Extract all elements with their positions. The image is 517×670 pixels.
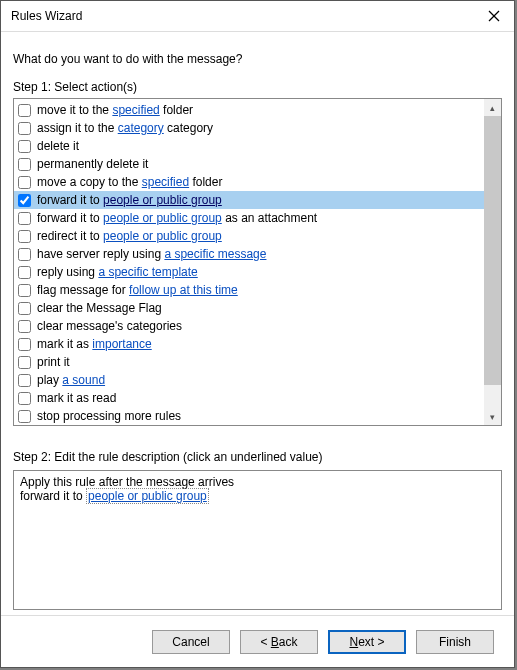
cancel-button[interactable]: Cancel (152, 630, 230, 654)
action-checkbox[interactable] (18, 266, 31, 279)
step1-label: Step 1: Select action(s) (13, 80, 502, 94)
action-label: have server reply using a specific messa… (37, 247, 266, 261)
action-label: mark it as read (37, 391, 116, 405)
action-row[interactable]: move it to the specified folder (14, 101, 484, 119)
action-label: assign it to the category category (37, 121, 213, 135)
action-checkbox[interactable] (18, 302, 31, 315)
action-row[interactable]: print it (14, 353, 484, 371)
action-checkbox[interactable] (18, 194, 31, 207)
action-label: reply using a specific template (37, 265, 198, 279)
action-checkbox[interactable] (18, 410, 31, 423)
action-link[interactable]: specified (142, 175, 189, 189)
titlebar: Rules Wizard (1, 1, 514, 32)
action-row[interactable]: clear message's categories (14, 317, 484, 335)
scrollbar[interactable]: ▴ ▾ (484, 99, 501, 425)
close-icon (488, 10, 500, 22)
desc-link-recipients[interactable]: people or public group (86, 488, 209, 504)
action-link[interactable]: a specific template (98, 265, 197, 279)
action-checkbox[interactable] (18, 248, 31, 261)
action-checkbox[interactable] (18, 230, 31, 243)
action-row[interactable]: reply using a specific template (14, 263, 484, 281)
question-text: What do you want to do with the message? (13, 52, 502, 66)
action-checkbox[interactable] (18, 320, 31, 333)
action-checkbox[interactable] (18, 176, 31, 189)
action-label: move a copy to the specified folder (37, 175, 222, 189)
action-row[interactable]: clear the Message Flag (14, 299, 484, 317)
action-label: flag message for follow up at this time (37, 283, 238, 297)
action-row[interactable]: play a sound (14, 371, 484, 389)
desc-line1: Apply this rule after the message arrive… (20, 475, 495, 489)
actions-list: move it to the specified folderassign it… (14, 99, 484, 425)
action-link[interactable]: a sound (62, 373, 105, 387)
action-row[interactable]: redirect it to people or public group (14, 227, 484, 245)
action-link[interactable]: follow up at this time (129, 283, 238, 297)
action-checkbox[interactable] (18, 104, 31, 117)
action-checkbox[interactable] (18, 140, 31, 153)
action-checkbox[interactable] (18, 158, 31, 171)
back-button[interactable]: < Back (240, 630, 318, 654)
window-title: Rules Wizard (11, 9, 474, 23)
action-link[interactable]: people or public group (103, 211, 222, 225)
action-label: mark it as importance (37, 337, 152, 351)
action-checkbox[interactable] (18, 374, 31, 387)
action-checkbox[interactable] (18, 284, 31, 297)
action-label: print it (37, 355, 70, 369)
action-row[interactable]: stop processing more rules (14, 407, 484, 425)
action-label: clear message's categories (37, 319, 182, 333)
action-label: forward it to people or public group as … (37, 211, 317, 225)
action-label: stop processing more rules (37, 409, 181, 423)
action-link[interactable]: people or public group (103, 193, 222, 207)
action-row[interactable]: move a copy to the specified folder (14, 173, 484, 191)
action-link[interactable]: a specific message (164, 247, 266, 261)
action-row[interactable]: forward it to people or public group as … (14, 209, 484, 227)
close-button[interactable] (474, 1, 514, 31)
action-link[interactable]: specified (112, 103, 159, 117)
rule-description-box: Apply this rule after the message arrive… (13, 470, 502, 610)
action-row[interactable]: flag message for follow up at this time (14, 281, 484, 299)
step2-label: Step 2: Edit the rule description (click… (13, 450, 502, 464)
action-checkbox[interactable] (18, 392, 31, 405)
action-row[interactable]: mark it as read (14, 389, 484, 407)
action-row[interactable]: delete it (14, 137, 484, 155)
action-link[interactable]: importance (92, 337, 151, 351)
finish-button[interactable]: Finish (416, 630, 494, 654)
action-row[interactable]: forward it to people or public group (14, 191, 484, 209)
actions-listbox[interactable]: move it to the specified folderassign it… (13, 98, 502, 426)
step2-section: Step 2: Edit the rule description (click… (13, 446, 502, 610)
action-row[interactable]: permanently delete it (14, 155, 484, 173)
action-checkbox[interactable] (18, 212, 31, 225)
footer: Cancel < Back Next > Finish (1, 615, 514, 667)
action-label: delete it (37, 139, 79, 153)
scroll-down-arrow[interactable]: ▾ (484, 408, 501, 425)
action-label: permanently delete it (37, 157, 148, 171)
action-label: clear the Message Flag (37, 301, 162, 315)
action-row[interactable]: mark it as importance (14, 335, 484, 353)
desc-line2-pre: forward it to (20, 489, 86, 503)
next-button[interactable]: Next > (328, 630, 406, 654)
action-label: move it to the specified folder (37, 103, 193, 117)
action-link[interactable]: people or public group (103, 229, 222, 243)
scroll-thumb[interactable] (484, 116, 501, 385)
desc-line2: forward it to people or public group (20, 489, 495, 503)
dialog-body: What do you want to do with the message?… (1, 32, 514, 615)
action-label: redirect it to people or public group (37, 229, 222, 243)
action-checkbox[interactable] (18, 122, 31, 135)
action-link[interactable]: category (118, 121, 164, 135)
action-label: play a sound (37, 373, 105, 387)
scroll-up-arrow[interactable]: ▴ (484, 99, 501, 116)
action-row[interactable]: have server reply using a specific messa… (14, 245, 484, 263)
action-row[interactable]: assign it to the category category (14, 119, 484, 137)
action-label: forward it to people or public group (37, 193, 222, 207)
action-checkbox[interactable] (18, 338, 31, 351)
rules-wizard-window: Rules Wizard What do you want to do with… (0, 0, 515, 668)
action-checkbox[interactable] (18, 356, 31, 369)
scroll-track[interactable] (484, 116, 501, 408)
